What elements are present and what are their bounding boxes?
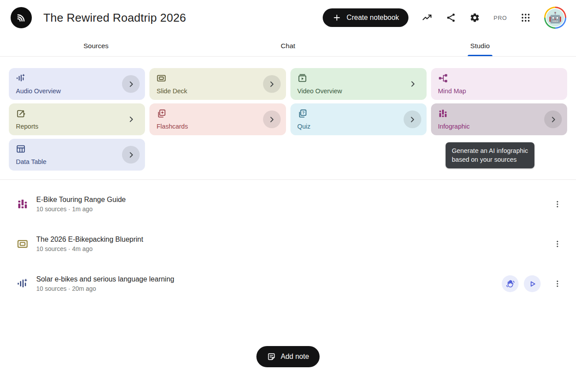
studio-card-audio-overview[interactable]: Audio Overview [9,68,145,100]
chevron-right-icon[interactable] [404,110,421,128]
settings-icon[interactable] [469,12,480,23]
studio-card-mind-map[interactable]: Mind Map [431,68,567,100]
studio-card-label: Reports [16,123,38,130]
chevron-right-icon[interactable] [544,110,562,128]
artifact-meta: 10 sources · 1m ago [36,206,126,213]
tab-bar: SourcesChatStudio [0,35,576,57]
active-tab-underline [468,55,492,56]
mind-map-icon [438,73,448,83]
chevron-right-icon[interactable] [263,75,281,93]
slide-deck-icon [17,238,28,250]
create-notebook-label: Create notebook [347,14,399,22]
studio-card-reports[interactable]: Reports [9,103,145,135]
artifact-meta: 10 sources · 4m ago [36,245,143,252]
chevron-right-icon[interactable] [122,75,140,93]
more-options-button[interactable] [552,278,563,289]
audio-overview-icon [17,278,28,289]
play-button[interactable] [524,275,541,292]
studio-card-label: Flashcards [156,123,188,130]
studio-card-data-table[interactable]: Data Table [9,139,145,171]
chevron-right-icon[interactable] [122,146,140,164]
notebooklm-logo-icon[interactable] [11,7,32,28]
play-icon [528,279,537,289]
studio-card-label: Quiz [298,123,311,130]
artifact-title: The 2026 E-Bikepacking Blueprint [36,236,143,244]
tooltip-line-2: based on your sources [452,155,528,164]
add-note-button[interactable]: Add note [256,346,320,367]
quiz-icon: ? [298,109,307,118]
avatar-inner: 🤖 [545,8,565,27]
tab-chat[interactable]: Chat [192,35,384,56]
artifact-row[interactable]: E-Bike Touring Range Guide10 sources · 1… [0,184,576,224]
tab-label: Studio [470,42,490,50]
infographic-icon [438,109,448,118]
studio-card-label: Infographic [438,123,470,130]
artifact-row[interactable]: The 2026 E-Bikepacking Blueprint10 sourc… [0,224,576,264]
artifact-title: Solar e-bikes and serious language learn… [36,275,174,283]
chevron-right-icon[interactable] [263,110,281,128]
studio-card-label: Video Overview [298,88,342,95]
avatar-image: 🤖 [546,9,564,27]
slide-deck-icon [156,73,166,83]
studio-card-quiz[interactable]: ?Quiz [290,103,427,135]
pro-badge: PRO [493,15,507,21]
analytics-icon[interactable] [422,12,432,23]
share-icon[interactable] [446,12,456,23]
more-options-button[interactable] [552,239,563,249]
studio-card-slide-deck[interactable]: Slide Deck [149,68,286,100]
more-options-button[interactable] [552,199,563,209]
studio-card-label: Mind Map [438,88,466,95]
artifact-title: E-Bike Touring Range Guide [36,196,126,204]
tab-studio[interactable]: Studio [384,35,576,56]
tab-sources[interactable]: Sources [0,35,192,56]
section-divider [0,179,576,180]
artifact-row[interactable]: Solar e-bikes and serious language learn… [0,264,576,304]
plus-icon [332,13,341,22]
header: The Rewired Roadtrip 2026 Create noteboo… [0,0,576,35]
interactive-mode-icon [506,279,515,289]
studio-card-label: Data Table [16,158,46,165]
chevron-right-icon[interactable] [408,80,417,88]
reports-icon [16,109,26,118]
studio-card-video-overview[interactable]: Video Overview [290,68,427,100]
flashcards-icon [156,109,166,118]
studio-card-label: Audio Overview [16,88,61,95]
note-icon [267,352,276,361]
tab-label: Chat [281,42,295,50]
video-overview-icon [298,73,307,83]
avatar[interactable]: 🤖 [544,7,566,29]
apps-grid-icon[interactable] [520,12,531,23]
audio-overview-icon [16,73,26,83]
studio-card-flashcards[interactable]: Flashcards [149,103,286,135]
studio-card-label: Slide Deck [156,88,187,95]
chevron-right-icon[interactable] [127,115,135,124]
add-note-label: Add note [281,353,309,361]
svg-text:?: ? [302,110,305,115]
create-notebook-button[interactable]: Create notebook [323,8,408,27]
studio-card-infographic[interactable]: Infographic [431,103,567,135]
artifact-meta: 10 sources · 20m ago [36,285,174,292]
tooltip-line-1: Generate an AI infographic [452,146,528,155]
infographic-icon [17,198,28,210]
notebook-title[interactable]: The Rewired Roadtrip 2026 [43,11,186,25]
data-table-icon [16,144,26,154]
tab-label: Sources [84,42,109,50]
artifact-list: E-Bike Touring Range Guide10 sources · 1… [0,184,576,304]
infographic-tooltip: Generate an AI infographic based on your… [446,142,534,168]
interactive-mode-button[interactable] [502,275,519,292]
